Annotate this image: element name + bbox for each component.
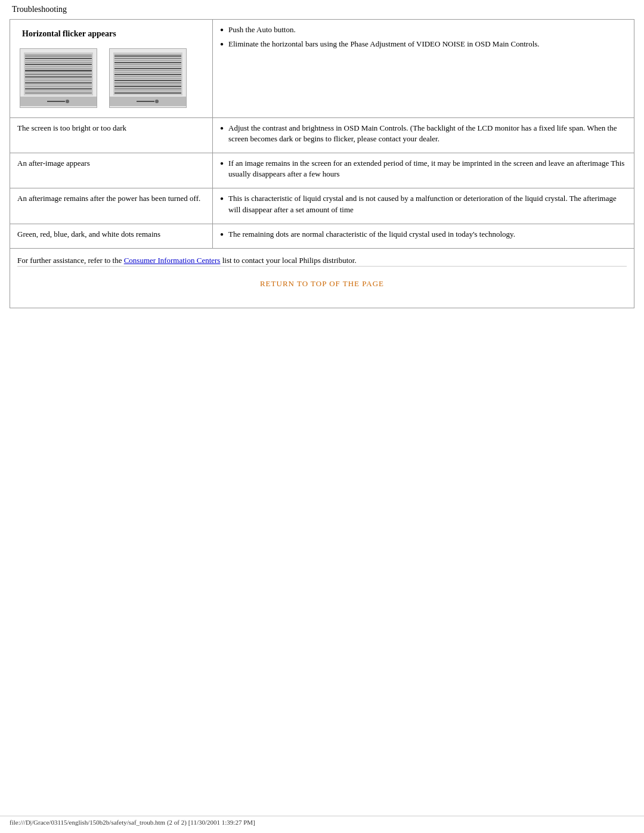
- list-item: Adjust the contrast and brightness in OS…: [220, 123, 627, 144]
- footer-text: For further assistance, refer to the Con…: [17, 255, 627, 267]
- monitor-dot: [155, 100, 159, 103]
- status-bar-text: file:///D|/Grace/03115/english/150b2b/sa…: [10, 819, 255, 826]
- list-item: This is characteristic of liquid crystal…: [220, 193, 627, 215]
- flicker-line: [25, 60, 92, 61]
- return-row: RETURN TO TOP OF THE PAGE: [17, 266, 627, 301]
- flicker-line: [25, 85, 92, 85]
- flicker-line: [25, 80, 92, 81]
- problem-cell: The screen is too bright or too dark: [10, 117, 213, 153]
- flicker-line: [25, 70, 92, 71]
- flicker-line: [25, 92, 92, 93]
- flicker-line: [114, 58, 181, 58]
- flicker-line: [114, 76, 181, 77]
- flicker-line: [114, 60, 181, 61]
- problem-cell: An after-image appears: [10, 153, 213, 188]
- monitor-images: ▬▬▬▬▬: [17, 44, 205, 113]
- return-to-top-link[interactable]: RETURN TO TOP OF THE PAGE: [260, 279, 384, 288]
- solution-cell: Push the Auto button. Eliminate the hori…: [213, 20, 634, 118]
- solution-cell: This is characteristic of liquid crystal…: [213, 188, 634, 224]
- table-row: An afterimage remains after the power ha…: [10, 188, 634, 224]
- solution-cell: The remaining dots are normal characteri…: [213, 224, 634, 248]
- flicker-line: [25, 73, 92, 73]
- page-title: Troubleshooting: [0, 0, 644, 19]
- list-item: Push the Auto button.: [220, 24, 627, 35]
- flicker-line: [25, 55, 92, 56]
- problem-cell: Horizontal flicker appears: [10, 20, 213, 118]
- solution-list: Adjust the contrast and brightness in OS…: [220, 123, 627, 144]
- footer-text-before: For further assistance, refer to the: [17, 256, 124, 265]
- monitor-image-2: ▬▬▬▬▬: [109, 48, 187, 108]
- flicker-line: [25, 62, 92, 63]
- problem-label: An after-image appears: [17, 159, 90, 168]
- monitor-screen-1: [24, 52, 93, 95]
- flicker-line: [114, 68, 181, 69]
- consumer-information-link[interactable]: Consumer Information Centers: [124, 256, 221, 265]
- problem-cell: Green, red, blue, dark, and white dots r…: [10, 224, 213, 248]
- solution-cell: Adjust the contrast and brightness in OS…: [213, 117, 634, 153]
- problem-label: Green, red, blue, dark, and white dots r…: [17, 230, 160, 239]
- problem-label: The screen is too bright or too dark: [17, 123, 126, 132]
- flicker-line: [114, 92, 181, 94]
- flicker-line: [114, 82, 181, 83]
- solution-list: If an image remains in the screen for an…: [220, 158, 627, 179]
- list-item: The remaining dots are normal characteri…: [220, 229, 627, 240]
- flicker-line: [114, 74, 181, 75]
- flicker-line: [25, 68, 92, 69]
- flicker-line: [25, 91, 92, 91]
- solution-list: Push the Auto button. Eliminate the hori…: [220, 24, 627, 49]
- table-row: Horizontal flicker appears: [10, 20, 634, 118]
- table-row: Green, red, blue, dark, and white dots r…: [10, 224, 634, 248]
- monitor-dot: [66, 100, 69, 103]
- flicker-line: [25, 82, 92, 83]
- flicker-line: [114, 54, 181, 55]
- flicker-line: [114, 72, 181, 73]
- flicker-line: [25, 66, 92, 67]
- monitor-image-1: ▬▬▬▬▬: [20, 48, 97, 108]
- solution-list: This is characteristic of liquid crystal…: [220, 193, 627, 215]
- problem-label: An afterimage remains after the power ha…: [17, 194, 200, 203]
- flicker-line: [25, 74, 92, 75]
- footer-text-after: list to contact your local Philips distr…: [220, 256, 356, 265]
- flicker-line: [25, 76, 92, 78]
- table-row: An after-image appears If an image remai…: [10, 153, 634, 188]
- flicker-line: [114, 88, 181, 89]
- table-row: The screen is too bright or too dark Adj…: [10, 117, 634, 153]
- problem-cell: An afterimage remains after the power ha…: [10, 188, 213, 224]
- troubleshooting-table: Horizontal flicker appears: [10, 19, 634, 308]
- flicker-line: [114, 62, 181, 63]
- flicker-line: [114, 86, 181, 87]
- flicker-line: [25, 79, 92, 79]
- monitor-base-2: ▬▬▬▬▬: [110, 97, 186, 106]
- flicker-line: [114, 66, 181, 67]
- footer-cell: For further assistance, refer to the Con…: [10, 248, 634, 308]
- flicker-line: [114, 80, 181, 81]
- flicker-line: [25, 58, 92, 59]
- problem-label: Horizontal flicker appears: [17, 24, 205, 44]
- flicker-line: [25, 88, 92, 89]
- flicker-line: [114, 78, 181, 79]
- flicker-line: [114, 70, 181, 71]
- flicker-line: [114, 64, 181, 65]
- list-item: Eliminate the horizontal bars using the …: [220, 39, 627, 49]
- solution-cell: If an image remains in the screen for an…: [213, 153, 634, 188]
- monitor-screen-2: [113, 52, 182, 95]
- list-item: If an image remains in the screen for an…: [220, 158, 627, 179]
- page-header: Troubleshooting: [0, 0, 644, 19]
- footer-row: For further assistance, refer to the Con…: [10, 248, 634, 308]
- flicker-line: [25, 64, 92, 65]
- flicker-line: [114, 55, 181, 57]
- flicker-line: [114, 85, 181, 85]
- solution-list: The remaining dots are normal characteri…: [220, 229, 627, 240]
- flicker-line: [25, 86, 92, 87]
- flicker-line: [25, 54, 92, 55]
- status-bar: file:///D|/Grace/03115/english/150b2b/sa…: [0, 816, 644, 828]
- flicker-line: [114, 91, 181, 91]
- monitor-base-1: ▬▬▬▬▬: [20, 97, 97, 106]
